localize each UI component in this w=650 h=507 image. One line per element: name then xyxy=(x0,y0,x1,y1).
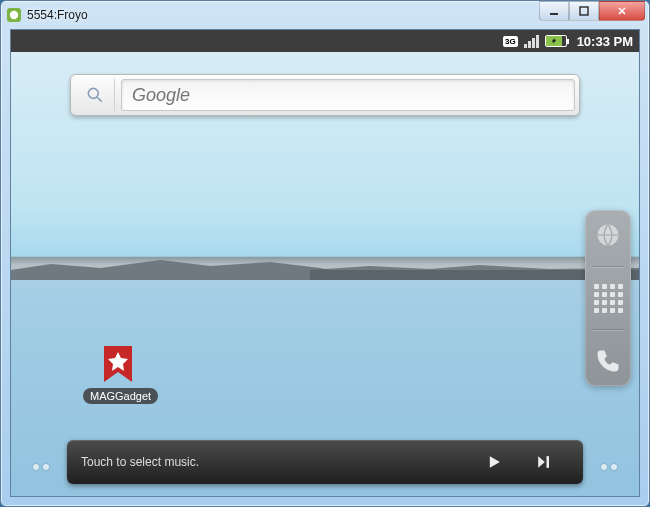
music-widget[interactable]: Touch to select music. xyxy=(67,440,583,484)
network-3g-badge: 3G xyxy=(503,36,518,47)
close-button[interactable] xyxy=(599,1,645,21)
signal-bars-icon xyxy=(524,35,539,48)
home-screen[interactable]: MAGGadget Touch to select music. xyxy=(11,52,639,496)
minimize-button[interactable] xyxy=(539,1,569,21)
app-shortcut-maggadget[interactable]: MAGGadget xyxy=(83,344,153,404)
svg-rect-6 xyxy=(547,456,550,468)
browser-icon[interactable] xyxy=(591,218,625,252)
pager-dots-right[interactable] xyxy=(601,464,617,470)
search-input[interactable] xyxy=(121,79,575,111)
status-clock: 10:33 PM xyxy=(577,34,633,49)
launcher-tray xyxy=(585,210,631,386)
window-frame: 5554:Froyo 3G 10:33 PM xyxy=(0,0,650,507)
wallpaper-mountains xyxy=(11,256,639,280)
next-button[interactable] xyxy=(519,452,569,472)
phone-icon[interactable] xyxy=(591,344,625,378)
window-controls xyxy=(539,1,645,21)
emulator-screen: 3G 10:33 PM xyxy=(10,29,640,497)
status-bar: 3G 10:33 PM xyxy=(11,30,639,52)
pager-dots-left[interactable] xyxy=(33,464,49,470)
window-title: 5554:Froyo xyxy=(27,8,88,22)
svg-rect-1 xyxy=(550,13,558,15)
svg-line-4 xyxy=(97,98,101,102)
music-prompt-text[interactable]: Touch to select music. xyxy=(81,455,469,469)
google-search-widget[interactable] xyxy=(70,74,580,116)
titlebar[interactable]: 5554:Froyo xyxy=(1,1,649,29)
svg-point-3 xyxy=(88,88,98,98)
bookmark-star-icon xyxy=(100,344,136,386)
search-icon[interactable] xyxy=(75,79,115,111)
svg-rect-2 xyxy=(580,7,588,15)
android-icon xyxy=(7,8,21,22)
shortcut-label: MAGGadget xyxy=(83,388,158,404)
maximize-button[interactable] xyxy=(569,1,599,21)
svg-point-0 xyxy=(10,11,18,19)
battery-icon xyxy=(545,35,567,47)
play-button[interactable] xyxy=(469,452,519,472)
app-grid-icon[interactable] xyxy=(591,281,625,315)
